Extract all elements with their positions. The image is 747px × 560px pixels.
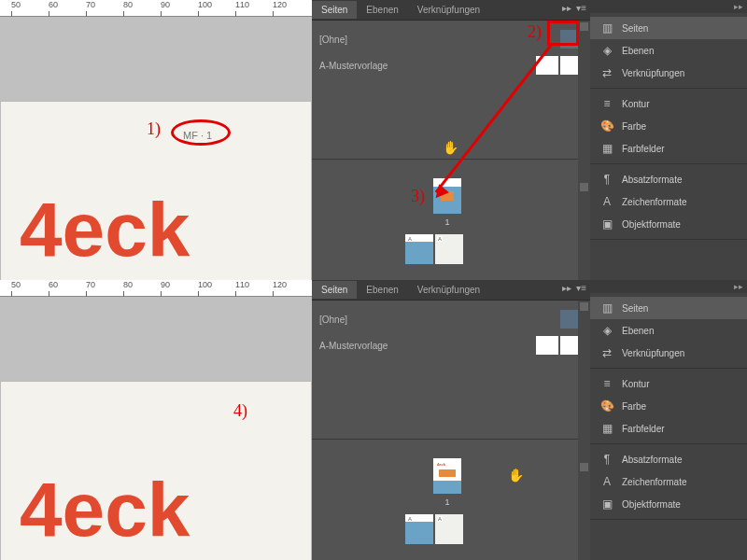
sidebar-item-links[interactable]: ⇄Verknüpfungen [590, 62, 747, 84]
ruler-mark: 50 [11, 280, 21, 289]
bottom-half: 50 60 70 80 90 100 110 120 4eck 4) Seite… [0, 280, 747, 560]
swatches-icon: ▦ [599, 142, 614, 155]
master-label-none: [Ohne] [319, 35, 347, 45]
ruler-mark: 80 [123, 0, 133, 9]
sidebar-label: Objektformate [622, 499, 681, 510]
pages-panel: Seiten Ebenen Verknüpfungen ▸▸ ▾≡ [Ohne]… [312, 280, 590, 560]
layers-icon: ◈ [599, 44, 614, 57]
sidebar-item-ebenen[interactable]: ◈Ebenen [590, 39, 747, 62]
sidebar-item-kontur[interactable]: ≡Kontur [590, 92, 747, 115]
ruler-mark: 70 [86, 0, 95, 9]
sidebar-item-ebenen[interactable]: ◈Ebenen [590, 319, 747, 342]
tab-ebenen[interactable]: Ebenen [357, 281, 407, 299]
sidebar-item-absatz[interactable]: ¶Absatzformate [590, 448, 747, 470]
page-letter: A [407, 516, 413, 522]
sidebar-label: Kontur [622, 99, 649, 109]
page-spread-thumb[interactable]: A A [405, 514, 463, 544]
sidebar-item-links[interactable]: ⇄Verknüpfungen [590, 342, 747, 364]
top-half: 50 60 70 80 90 100 110 120 MF · 1 4eck 1… [0, 0, 747, 280]
document-canvas[interactable]: 4eck [0, 297, 312, 560]
stroke-icon: ≡ [599, 377, 614, 390]
sidebar-item-zeichen[interactable]: AZeichenformate [590, 470, 747, 493]
color-icon: 🎨 [599, 119, 614, 133]
ruler-mark: 70 [86, 280, 95, 289]
ruler-mark: 50 [11, 0, 21, 9]
master-row-none[interactable]: [Ohne] [319, 26, 583, 52]
sidebar-collapse[interactable]: ▸▸ [590, 0, 747, 13]
sidebar-collapse[interactable]: ▸▸ [590, 280, 747, 293]
expand-icon: ▸▸ [734, 282, 743, 291]
sidebar-item-zeichen[interactable]: AZeichenformate [590, 190, 747, 213]
object-icon: ▣ [599, 497, 614, 511]
page-thumb[interactable]: 4eck 1 [433, 458, 461, 494]
sidebar-item-seiten[interactable]: ▥Seiten [590, 17, 747, 39]
page-number-label: 1 [433, 497, 461, 507]
stroke-icon: ≡ [599, 97, 614, 110]
master-label-none: [Ohne] [319, 315, 347, 325]
page-letter: A [437, 516, 443, 522]
page-number-label: 1 [433, 217, 461, 227]
sidebar-item-farbe[interactable]: 🎨Farbe [590, 115, 747, 137]
document-canvas[interactable]: MF · 1 4eck [0, 17, 312, 280]
annotation-number: 2) [528, 22, 542, 42]
annotation-box [547, 21, 579, 46]
master-pages: [Ohne] A-Mustervorlage [312, 301, 590, 364]
right-sidebar: ▸▸ ▥Seiten ◈Ebenen ⇄Verknüpfungen ≡Kontu… [590, 0, 747, 280]
ruler-mark: 120 [273, 280, 287, 289]
tab-verknupfungen[interactable]: Verknüpfungen [408, 1, 489, 19]
sidebar-label: Objektformate [622, 219, 681, 230]
ruler-mark: 90 [161, 0, 170, 9]
sidebar-item-farbfelder[interactable]: ▦Farbfelder [590, 137, 747, 160]
master-row-template[interactable]: A-Mustervorlage [319, 332, 583, 358]
master-label-template: A-Mustervorlage [319, 341, 388, 351]
scroll-thumb[interactable] [580, 463, 588, 471]
page-spread-thumb[interactable]: A A [405, 234, 463, 264]
master-thumb-a-left[interactable] [536, 336, 558, 355]
ruler-mark: 90 [161, 280, 170, 289]
links-icon: ⇄ [599, 66, 614, 79]
sidebar-label: Absatzformate [622, 175, 682, 185]
vertical-scrollbar[interactable] [578, 21, 590, 280]
swatches-icon: ▦ [599, 422, 614, 435]
sidebar-label: Farbfelder [622, 424, 665, 434]
panel-controls[interactable]: ▸▸ ▾≡ [562, 3, 586, 13]
sidebar-item-farbe[interactable]: 🎨Farbe [590, 395, 747, 417]
sidebar-item-objekt[interactable]: ▣Objektformate [590, 213, 747, 235]
sidebar-item-farbfelder[interactable]: ▦Farbfelder [590, 417, 747, 440]
document-page[interactable]: 4eck [0, 381, 312, 560]
sidebar-item-absatz[interactable]: ¶Absatzformate [590, 168, 747, 190]
sidebar-label: Verknüpfungen [622, 68, 684, 78]
ruler-mark: 60 [49, 0, 58, 9]
sidebar-label: Kontur [622, 379, 649, 389]
layers-icon: ◈ [599, 324, 614, 337]
sidebar-item-kontur[interactable]: ≡Kontur [590, 372, 747, 395]
tab-seiten[interactable]: Seiten [312, 1, 357, 19]
sidebar-label: Ebenen [622, 46, 654, 56]
expand-icon: ▸▸ [734, 2, 743, 11]
sidebar-label: Farbe [622, 121, 646, 132]
scroll-up-icon[interactable] [580, 302, 588, 311]
annotation-circle [171, 119, 231, 146]
sidebar-item-objekt[interactable]: ▣Objektformate [590, 493, 747, 515]
vertical-scrollbar[interactable] [578, 301, 590, 560]
document-pages-area: 4eck 1 ✋ A A [312, 440, 590, 560]
ruler-mark: 110 [235, 280, 249, 289]
paragraph-icon: ¶ [599, 453, 614, 466]
hand-cursor-icon: ✋ [443, 140, 458, 155]
master-row-none[interactable]: [Ohne] [319, 306, 583, 332]
tab-ebenen[interactable]: Ebenen [357, 1, 407, 19]
scroll-thumb[interactable] [580, 183, 588, 191]
pages-icon: ▥ [599, 21, 614, 35]
sidebar-label: Farbe [622, 401, 646, 412]
page-letter: A [437, 236, 443, 242]
horizontal-ruler: 50 60 70 80 90 100 110 120 [0, 0, 312, 17]
tab-verknupfungen[interactable]: Verknüpfungen [408, 281, 489, 299]
pages-icon: ▥ [599, 301, 614, 315]
scroll-up-icon[interactable] [580, 22, 588, 31]
links-icon: ⇄ [599, 346, 614, 359]
panel-controls[interactable]: ▸▸ ▾≡ [562, 283, 586, 293]
sidebar-item-seiten[interactable]: ▥Seiten [590, 297, 747, 319]
ruler-mark: 100 [198, 0, 212, 9]
tab-seiten[interactable]: Seiten [312, 281, 357, 299]
ruler-mark: 110 [235, 0, 249, 9]
